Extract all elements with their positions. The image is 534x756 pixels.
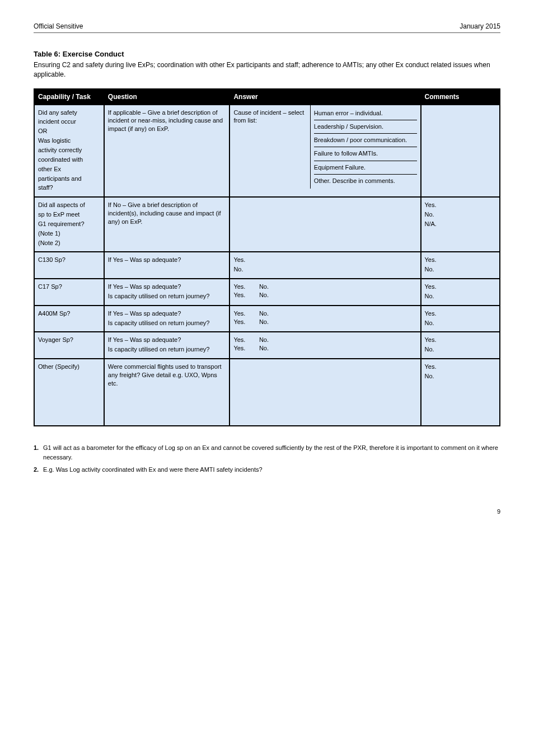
cause-label: Cause of incident – select from list: [230,105,310,189]
cause-option: Other. Describe in comments. [314,174,417,186]
exercise-conduct-table: Capability / Task Question Answer Commen… [34,88,500,427]
cell-comments: Yes. No. [421,252,500,279]
cell-comments: Yes. No. [421,359,500,426]
table-title: Table 6: Exercise Conduct [34,50,500,58]
cell-question: If Yes – Was sp adequate? [104,252,230,279]
header-left: Official Sensitive [34,22,83,30]
cell-capability: Did all aspects of sp to ExP meet G1 req… [34,197,104,252]
table-row: Did all aspects of sp to ExP meet G1 req… [34,197,500,252]
cause-option: Failure to follow AMTIs. [314,147,417,159]
col-answer: Answer [229,89,420,105]
cell-question: If Yes – Was sp adequate? Is capacity ut… [104,306,230,332]
cause-option: Leadership / Supervision. [314,120,417,132]
footnote: 2. E.g. Was Log activity coordinated wit… [34,465,500,475]
cell-question: If Yes – Was sp adequate? Is capacity ut… [104,332,230,359]
cell-capability: A400M Sp? [34,306,104,332]
cell-answer: Cause of incident – select from list: Hu… [229,105,420,198]
cell-comments: Yes. No. [421,332,500,359]
cell-capability: Other (Specify) [34,359,104,426]
table-row: Other (Specify) Were commercial flights … [34,359,500,426]
cell-question: If applicable – Give a brief description… [104,105,230,198]
cell-comments [421,105,500,198]
table-title-block: Table 6: Exercise Conduct Ensuring C2 an… [34,50,500,79]
cause-option: Breakdown / poor communication. [314,133,417,145]
footnotes: 1. G1 will act as a barometer for the ef… [34,443,500,475]
cell-capability: C17 Sp? [34,279,104,306]
cell-question: If Yes – Was sp adequate? Is capacity ut… [104,279,230,306]
page: Official Sensitive January 2015 Table 6:… [0,0,534,548]
cell-question: Were commercial flights used to transpor… [104,359,230,426]
table-row: C130 Sp? If Yes – Was sp adequate? Yes. … [34,252,500,279]
cell-comments: Yes. No. [421,306,500,332]
cause-option: Human error – individual. [314,107,417,119]
col-capability: Capability / Task [34,89,104,105]
footnote: 1. G1 will act as a barometer for the ef… [34,443,500,462]
page-header: Official Sensitive January 2015 [34,22,500,33]
header-right: January 2015 [460,22,500,30]
page-number: 9 [34,508,500,515]
cell-answer: Yes. No. [229,252,420,279]
table-header-row: Capability / Task Question Answer Commen… [34,89,500,105]
table-row: A400M Sp? If Yes – Was sp adequate? Is c… [34,306,500,332]
col-comments: Comments [421,89,500,105]
table-row: Did any safety incident occur OR Was log… [34,105,500,198]
table-subtitle: Ensuring C2 and safety during live ExPs;… [34,60,500,79]
cell-answer: Yes. No. Yes. No. [229,332,420,359]
cell-capability: Did any safety incident occur OR Was log… [34,105,104,198]
cell-question: If No – Give a brief description of inci… [104,197,230,252]
cell-capability: Voyager Sp? [34,332,104,359]
cause-option: Equipment Failure. [314,161,417,173]
table-row: C17 Sp? If Yes – Was sp adequate? Is cap… [34,279,500,306]
cell-answer [229,359,420,426]
cell-answer: Yes. No. Yes. No. [229,306,420,332]
col-question: Question [104,89,230,105]
cell-comments: Yes. No. N/A. [421,197,500,252]
cell-answer [229,197,420,252]
table-row: Voyager Sp? If Yes – Was sp adequate? Is… [34,332,500,359]
cell-comments: Yes. No. [421,279,500,306]
cell-capability: C130 Sp? [34,252,104,279]
cell-answer: Yes. No. Yes. No. [229,279,420,306]
